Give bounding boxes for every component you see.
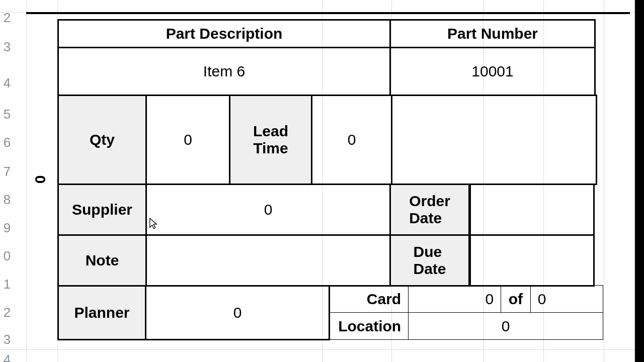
supplier-label: Supplier: [57, 184, 147, 236]
part-description-header: Part Description: [57, 19, 391, 48]
lead-time-value[interactable]: 0: [311, 95, 392, 185]
row-header: 3: [0, 39, 14, 55]
kanban-card: Part Description Part Number Item 6 1000…: [57, 19, 603, 340]
row-header: 9: [0, 220, 14, 236]
qty-row-spacer: [391, 95, 597, 185]
location-value[interactable]: 0: [408, 312, 603, 340]
qty-value[interactable]: 0: [145, 95, 230, 185]
row-header: 7: [0, 164, 14, 179]
part-number-header: Part Number: [389, 19, 596, 48]
row-header: 6: [0, 135, 14, 150]
order-date-value[interactable]: [469, 184, 595, 236]
card-label: Card: [329, 285, 409, 313]
card-of-label: of: [501, 285, 531, 313]
row-header: 1: [0, 277, 14, 292]
card-total[interactable]: 0: [530, 285, 603, 313]
planner-value[interactable]: 0: [145, 285, 330, 340]
right-edge: [635, 0, 644, 362]
top-border: [26, 12, 630, 14]
card-number[interactable]: 0: [408, 285, 501, 313]
row-header: 8: [0, 192, 14, 208]
part-description-value[interactable]: Item 6: [57, 47, 391, 96]
row-header: 5: [0, 107, 14, 122]
row-header: 2: [0, 10, 14, 26]
qty-label: Qty: [57, 95, 147, 185]
part-number-value[interactable]: 10001: [389, 47, 596, 96]
row-header: 0: [0, 248, 14, 264]
location-label: Location: [329, 312, 409, 340]
side-label: 0: [32, 175, 49, 184]
note-label: Note: [57, 234, 147, 287]
supplier-value[interactable]: 0: [145, 184, 391, 236]
due-date-label: Due Date: [389, 234, 470, 287]
order-date-label: Order Date: [389, 184, 470, 236]
due-date-value[interactable]: [469, 234, 595, 287]
row-header: 2: [0, 305, 14, 320]
row-header: 4: [0, 352, 14, 362]
planner-label: Planner: [57, 285, 146, 340]
row-header: 3: [0, 332, 14, 347]
lead-time-label: Lead Time: [229, 95, 312, 185]
note-value[interactable]: [145, 234, 391, 287]
row-header: 4: [0, 75, 14, 91]
spreadsheet-canvas[interactable]: 2 3 4 5 6 7 8 9 0 1 2 3 4 0 Part Descrip…: [0, 0, 644, 362]
